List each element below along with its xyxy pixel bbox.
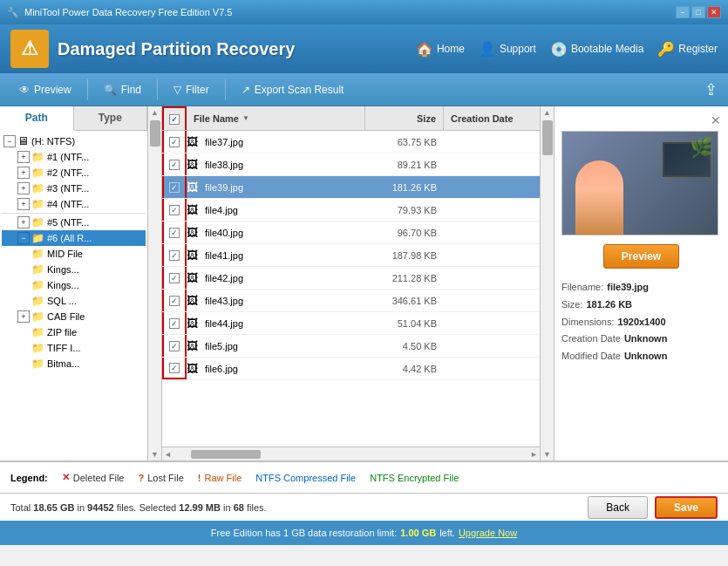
home-link[interactable]: 🏠 Home (416, 41, 465, 58)
row-checkbox[interactable] (169, 318, 180, 329)
file-type-icon: 🖼 (187, 249, 198, 262)
filter-button[interactable]: ▽ Filter (165, 80, 218, 99)
expand-icon[interactable]: − (17, 232, 30, 244)
header-date-col[interactable]: Creation Date (444, 106, 540, 130)
tree-item-kings1[interactable]: 📁 Kings... (2, 262, 146, 277)
scroll-thumb[interactable] (150, 120, 160, 147)
expand-icon[interactable]: + (17, 151, 30, 163)
home-label: Home (437, 43, 465, 55)
selected-files: 68 (234, 502, 244, 513)
preview-close-button[interactable]: ✕ (711, 113, 721, 127)
file-row[interactable]: 🖼 file43.jpg 346.61 KB (162, 290, 540, 312)
save-button[interactable]: Save (655, 496, 718, 519)
tree-scrollbar[interactable]: ▲ ▼ (148, 106, 162, 460)
expand-icon[interactable]: + (17, 198, 30, 210)
tab-path[interactable]: Path (0, 106, 74, 131)
row-checkbox[interactable] (169, 205, 180, 215)
select-all-checkbox[interactable] (169, 114, 180, 125)
bootable-media-link[interactable]: 💿 Bootable Media (550, 41, 643, 58)
row-checkbox[interactable] (169, 182, 180, 193)
row-checkbox[interactable] (169, 273, 180, 283)
file-row[interactable]: 🖼 file41.jpg 187.98 KB (162, 244, 540, 267)
scroll-up-arrow[interactable]: ▲ (151, 108, 159, 117)
row-checkbox[interactable] (169, 250, 180, 261)
tree-item-mid[interactable]: 📁 MID File (2, 246, 146, 262)
tree-item-h-ntfs[interactable]: − 🖥 (H: NTFS) (2, 133, 146, 149)
expand-icon[interactable]: − (3, 135, 16, 147)
tree-item-6[interactable]: − 📁 #6 (All R... (2, 230, 146, 246)
toolbar-separator-3 (225, 79, 226, 100)
scroll-right-arrow[interactable]: ► (528, 450, 540, 459)
horizontal-scrollbar[interactable]: ◄ ► (162, 447, 540, 460)
expand-icon[interactable]: + (17, 216, 30, 228)
tree-item-1[interactable]: + 📁 #1 (NTF... (2, 149, 146, 165)
row-checkbox[interactable] (169, 341, 180, 351)
maximize-button[interactable]: □ (691, 6, 705, 18)
tree-label: Bitma... (47, 358, 79, 369)
expand-icon[interactable]: + (17, 310, 30, 323)
scroll-thumb[interactable] (542, 120, 553, 155)
folder-icon: 📁 (31, 216, 44, 228)
header-name-col[interactable]: File Name ▼ (187, 106, 365, 130)
scroll-down-arrow[interactable]: ▼ (543, 450, 551, 459)
close-button[interactable]: ✕ (707, 6, 721, 18)
file-row[interactable]: 🖼 file38.jpg 89.21 KB (162, 153, 540, 176)
row-checkbox[interactable] (169, 160, 180, 170)
scroll-left-arrow[interactable]: ◄ (162, 450, 173, 459)
tree-item-cab[interactable]: + 📁 CAB File (2, 309, 146, 324)
scroll-down-arrow[interactable]: ▼ (151, 450, 159, 459)
tree-item-2[interactable]: + 📁 #2 (NTF... (2, 165, 146, 181)
legend-bar: Legend: ✕ Deleted File ? Lost File ! Raw… (0, 461, 728, 493)
minimize-button[interactable]: − (676, 6, 690, 18)
tree-item-4[interactable]: + 📁 #4 (NTF... (2, 196, 146, 212)
file-row-selected[interactable]: 🖼 file39.jpg 181.26 KB (162, 176, 540, 199)
deleted-label: Deleted File (73, 473, 125, 483)
tree-item-sql[interactable]: 📁 SQL ... (2, 293, 146, 309)
find-button[interactable]: 🔍 Find (95, 80, 150, 99)
file-row[interactable]: 🖼 file40.jpg 96.70 KB (162, 222, 540, 244)
expand-icon[interactable]: + (17, 182, 30, 194)
file-row[interactable]: 🖼 file4.jpg 79.93 KB (162, 199, 540, 222)
left-panel: Path Type − 🖥 (H: NTFS) + 📁 #1 (NTF... + (0, 106, 148, 460)
export-button[interactable]: ↗ Export Scan Result (233, 80, 353, 99)
preview-button[interactable]: 👁 Preview (10, 80, 80, 99)
row-checkbox[interactable] (169, 296, 180, 306)
file-row[interactable]: 🖼 file44.jpg 51.04 KB (162, 312, 540, 335)
file-name: file42.jpg (201, 273, 365, 283)
file-row[interactable]: 🖼 file5.jpg 4.50 KB (162, 335, 540, 358)
row-checkbox[interactable] (169, 363, 180, 373)
file-list-scrollbar[interactable]: ▲ ▼ (540, 106, 554, 460)
file-row[interactable]: 🖼 file37.jpg 63.75 KB (162, 131, 540, 153)
back-button[interactable]: Back (588, 496, 648, 519)
file-type-icon: 🖼 (187, 294, 198, 307)
row-checkbox[interactable] (169, 137, 180, 147)
header-checkbox-col (162, 106, 187, 130)
preview-action-button[interactable]: Preview (603, 244, 679, 269)
tab-type[interactable]: Type (74, 106, 148, 130)
tree-item-5[interactable]: + 📁 #5 (NTF... (2, 215, 146, 230)
file-row[interactable]: 🖼 file6.jpg 4.42 KB (162, 358, 540, 380)
file-row[interactable]: 🖼 file42.jpg 211.28 KB (162, 267, 540, 290)
file-size: 4.42 KB (365, 364, 444, 374)
tree-item-kings2[interactable]: 📁 Kings... (2, 277, 146, 293)
upgrade-link[interactable]: Upgrade Now (459, 528, 517, 538)
tree-item-tiff[interactable]: 📁 TIFF I... (2, 340, 146, 356)
share-icon[interactable]: ⇪ (704, 80, 718, 99)
preview-modified-row: Modified Date Unknown (561, 348, 721, 365)
horiz-scroll-thumb[interactable] (191, 450, 261, 459)
file-tree: − 🖥 (H: NTFS) + 📁 #1 (NTF... + 📁 #2 (NTF… (0, 131, 147, 460)
scroll-up-arrow[interactable]: ▲ (543, 108, 551, 117)
register-link[interactable]: 🔑 Register (657, 41, 718, 58)
tree-item-zip[interactable]: 📁 ZIP file (2, 324, 146, 340)
modified-value: Unknown (624, 348, 668, 365)
row-checkbox[interactable] (169, 228, 180, 238)
header-size-col[interactable]: Size (365, 106, 444, 130)
legend-ntfs-comp: NTFS Compressed File (255, 473, 356, 483)
selected-size: 12.99 MB (179, 502, 221, 513)
tree-item-bitmap[interactable]: 📁 Bitma... (2, 356, 146, 372)
support-link[interactable]: 👤 Support (479, 41, 536, 58)
file-type-icon: 🖼 (187, 339, 198, 352)
expand-icon[interactable]: + (17, 167, 30, 179)
total-files: 94452 (87, 502, 114, 513)
tree-item-3[interactable]: + 📁 #3 (NTF... (2, 181, 146, 196)
